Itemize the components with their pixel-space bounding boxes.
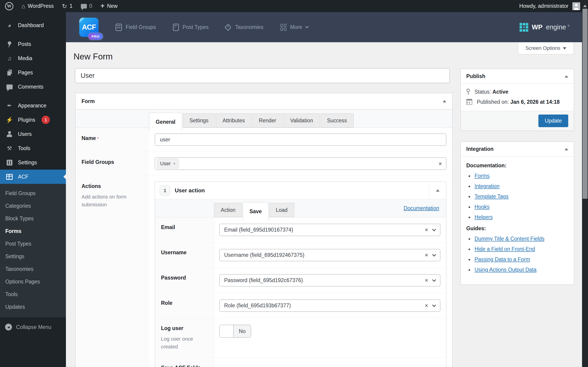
sidebar-item-label: Settings (18, 159, 37, 166)
scrollbar-thumb[interactable] (582, 9, 588, 199)
submenu-item-updates[interactable]: Updates (0, 301, 66, 313)
sidebar-item-comments[interactable]: Comments (0, 80, 66, 94)
sidebar-item-label: ACF (18, 174, 28, 180)
guide-link-dummy-fields[interactable]: Dummy Title & Content Fields (475, 236, 544, 242)
guide-link-hide-field[interactable]: Hide a Field on Front-End (475, 246, 535, 252)
visit-site-link[interactable]: ⌂WordPress (22, 3, 54, 9)
calendar-icon (466, 99, 472, 105)
doc-link-forms[interactable]: Forms (475, 173, 489, 179)
submenu-item-categories[interactable]: Categories (0, 200, 66, 212)
name-label-cell: Name* (76, 128, 149, 151)
screen-options-button[interactable]: Screen Options (518, 42, 574, 54)
log-user-field-cell: No (214, 318, 446, 358)
acf-menu-icon (6, 174, 13, 180)
new-content-link[interactable]: +New (100, 3, 118, 9)
field-group-tag[interactable]: User× (157, 158, 179, 169)
submenu-item-field-groups[interactable]: Field Groups (0, 187, 66, 200)
sidebar-item-plugins[interactable]: ⚡Plugins1 (0, 113, 66, 127)
tab-attributes[interactable]: Attributes (216, 113, 252, 128)
clear-icon[interactable]: × (425, 252, 428, 259)
action-tabs: Action Save Load Documentation (155, 199, 446, 217)
nav-post-types[interactable]: Post Types (173, 24, 209, 31)
name-input[interactable] (155, 133, 446, 146)
password-select[interactable]: Password (field_695d192c67376)× (219, 274, 440, 286)
submenu-item-post-types[interactable]: Post Types (0, 238, 66, 250)
log-user-label: Log user (161, 325, 183, 331)
action-order-handle[interactable]: 1 (160, 185, 170, 196)
email-select[interactable]: Email (field_695d190167374)× (219, 224, 440, 236)
acf-pro-logo[interactable]: ACFPRO (79, 18, 99, 37)
sidebar-item-settings[interactable]: Settings (0, 155, 66, 170)
doc-link-integration[interactable]: Integration (475, 183, 500, 189)
tab-validation[interactable]: Validation (283, 113, 319, 128)
update-button[interactable]: Update (538, 115, 568, 127)
field-groups-select[interactable]: User× × (155, 158, 446, 170)
guide-link-passing-data[interactable]: Passing Data to a Form (475, 256, 530, 262)
updates-link[interactable]: ↻1 (62, 3, 73, 9)
nav-more[interactable]: More (281, 24, 308, 31)
submenu-item-block-types[interactable]: Block Types (0, 212, 66, 225)
sidebar-item-acf[interactable]: ACF (0, 170, 66, 184)
integration-collapse-toggle[interactable] (565, 146, 568, 150)
action-collapse-toggle[interactable] (436, 188, 440, 192)
doc-link-hooks[interactable]: Hooks (475, 204, 489, 210)
actions-label-cell: Actions Add actions on form submission (76, 176, 149, 367)
sidebar-item-pages[interactable]: Pages (0, 65, 66, 80)
sidebar-item-tools[interactable]: ⚒Tools (0, 141, 66, 155)
panel-collapse-toggle[interactable] (443, 98, 446, 102)
tab-save[interactable]: Save (243, 202, 269, 220)
list-item: Helpers (466, 214, 568, 220)
sidebar-item-media[interactable]: ♫Media (0, 51, 66, 65)
tab-general[interactable]: General (149, 113, 182, 131)
doc-link-template-tags[interactable]: Template Tags (475, 193, 509, 200)
action-title: User action (175, 187, 205, 194)
account-link[interactable]: Howdy, administrator (519, 2, 580, 10)
password-row: Password Password (field_695d192c67376)× (155, 268, 446, 293)
documentation-link[interactable]: Documentation (404, 205, 439, 211)
collapse-label: Collapse Menu (16, 324, 51, 330)
clear-icon[interactable]: × (425, 277, 428, 284)
publish-collapse-toggle[interactable] (565, 74, 568, 78)
clear-icon[interactable]: × (425, 226, 428, 233)
sidebar-item-posts[interactable]: Posts (0, 37, 66, 51)
sidebar-item-appearance[interactable]: ✒Appearance (0, 99, 66, 113)
role-select[interactable]: Role (field_695d193b67377)× (219, 300, 440, 312)
nav-field-groups[interactable]: Field Groups (116, 24, 156, 31)
users-icon (6, 131, 13, 137)
published-text: Published on: Jan 6, 2026 at 14:18 (477, 99, 560, 105)
menu-separator (0, 32, 66, 37)
tab-load[interactable]: Load (269, 203, 294, 217)
admin-menu: ◕Dashboard Posts ♫Media Pages Comments ✒… (0, 12, 66, 334)
scrollbar-up-arrow[interactable] (583, 3, 587, 7)
tag-remove-icon[interactable]: × (173, 161, 176, 166)
form-title-input[interactable] (75, 68, 450, 83)
sidebar-item-dashboard[interactable]: ◕Dashboard (0, 18, 66, 32)
username-select[interactable]: Username (field_695d192467375)× (219, 249, 440, 261)
guide-link-actions-output[interactable]: Using Actions Output Data (475, 267, 537, 273)
avatar (572, 2, 580, 10)
role-field-cell: Role (field_695d193b67377)× (214, 293, 446, 318)
password-label: Password (161, 275, 186, 281)
form-rows: Name* Field Groups User× × (76, 128, 452, 367)
sidebar-item-label: Appearance (18, 103, 46, 109)
save-acf-fields-field-cell (214, 358, 446, 367)
select-clear-icon[interactable]: × (438, 160, 442, 167)
tab-render[interactable]: Render (252, 113, 283, 128)
submenu-item-tools[interactable]: Tools (0, 288, 66, 301)
role-select-value: Role (field_695d193b67377) (224, 302, 291, 309)
clear-icon[interactable]: × (425, 302, 428, 309)
log-user-toggle[interactable]: No (219, 325, 251, 338)
comments-link[interactable]: 0 (81, 3, 92, 9)
submenu-item-settings[interactable]: Settings (0, 250, 66, 263)
wordpress-menu-button[interactable]: W (5, 2, 13, 10)
submenu-item-taxonomies[interactable]: Taxonomies (0, 263, 66, 275)
tab-settings[interactable]: Settings (183, 113, 215, 128)
nav-taxonomies[interactable]: Taxonomies (226, 24, 264, 30)
sidebar-item-users[interactable]: Users (0, 127, 66, 141)
submenu-item-forms[interactable]: Forms (0, 225, 66, 238)
collapse-menu-button[interactable]: ◀Collapse Menu (0, 321, 66, 334)
submenu-item-options-pages[interactable]: Options Pages (0, 275, 66, 288)
tab-action[interactable]: Action (214, 203, 242, 217)
tab-success[interactable]: Success (320, 113, 354, 128)
doc-link-helpers[interactable]: Helpers (475, 214, 493, 220)
